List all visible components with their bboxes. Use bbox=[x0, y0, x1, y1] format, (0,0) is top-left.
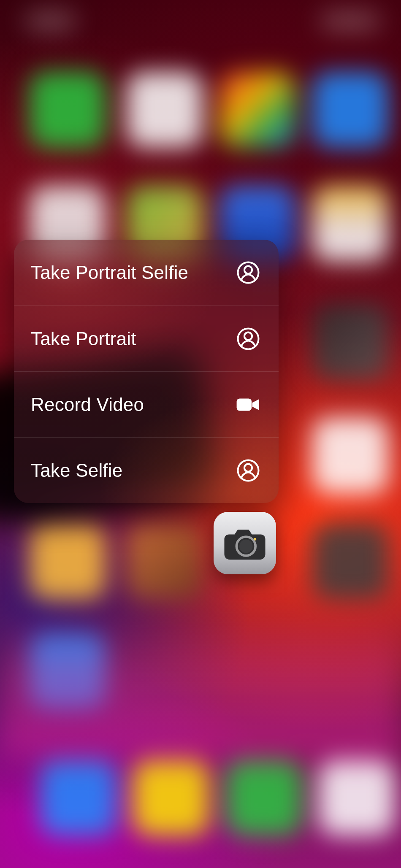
person-circle-icon bbox=[235, 457, 262, 484]
svg-point-6 bbox=[244, 464, 252, 471]
menu-item-take-portrait-selfie[interactable]: Take Portrait Selfie bbox=[14, 240, 279, 306]
menu-item-take-selfie[interactable]: Take Selfie bbox=[14, 437, 279, 503]
menu-item-label: Take Selfie bbox=[31, 460, 122, 481]
svg-point-1 bbox=[244, 266, 252, 274]
camera-context-menu: Take Portrait Selfie Take Portrait R bbox=[14, 240, 279, 503]
menu-item-label: Take Portrait bbox=[31, 328, 136, 349]
camera-app-icon[interactable] bbox=[214, 512, 276, 574]
menu-item-label: Take Portrait Selfie bbox=[31, 262, 188, 283]
camera-glyph-icon bbox=[221, 525, 268, 562]
video-icon bbox=[235, 391, 262, 418]
svg-point-9 bbox=[254, 538, 256, 541]
svg-point-3 bbox=[244, 332, 252, 340]
person-circle-icon bbox=[235, 325, 262, 352]
person-circle-icon bbox=[235, 259, 262, 286]
menu-item-label: Record Video bbox=[31, 394, 144, 415]
svg-point-8 bbox=[239, 540, 253, 553]
svg-rect-4 bbox=[237, 398, 252, 411]
menu-item-take-portrait[interactable]: Take Portrait bbox=[14, 306, 279, 371]
menu-item-record-video[interactable]: Record Video bbox=[14, 371, 279, 437]
